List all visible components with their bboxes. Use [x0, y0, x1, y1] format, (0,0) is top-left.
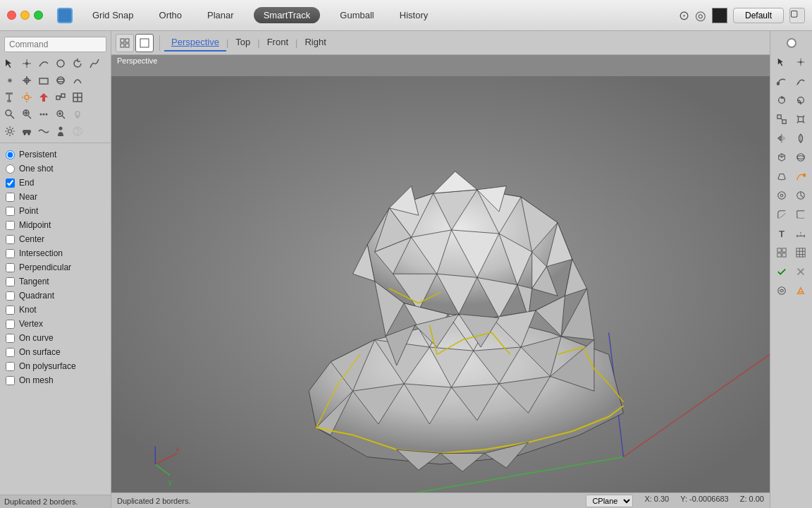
snap-options: Persistent One shot End Near Point Midpo…: [0, 143, 111, 495]
arrow-tool[interactable]: [35, 89, 52, 106]
rtool-box[interactable]: [773, 148, 791, 167]
snap-one-shot[interactable]: One shot: [6, 162, 105, 176]
settings-tool[interactable]: [1, 123, 18, 140]
light-tool[interactable]: [69, 106, 86, 123]
gear-tool[interactable]: [18, 89, 35, 106]
paint-tool[interactable]: [1, 89, 18, 106]
svg-point-24: [6, 110, 11, 116]
3d-viewport[interactable]: Perspective: [111, 55, 770, 508]
tab-right[interactable]: Right: [297, 34, 333, 52]
toolbar-history[interactable]: History: [394, 7, 433, 23]
freehand-tool[interactable]: [86, 55, 103, 72]
rtool-scale-a[interactable]: [773, 110, 791, 128]
snap-midpoint[interactable]: Midpoint: [6, 218, 105, 232]
snap-on-curve[interactable]: On curve: [6, 331, 105, 345]
pan-tool[interactable]: [1, 72, 18, 89]
snap-on-mesh[interactable]: On mesh: [6, 373, 105, 387]
snap-tangent[interactable]: Tangent: [6, 274, 105, 289]
right-row-top: [782, 34, 801, 52]
search-tool[interactable]: [1, 106, 18, 123]
rtool-fillet-a[interactable]: [773, 205, 791, 224]
target-icon[interactable]: ⊙: [679, 8, 689, 23]
svg-point-139: [797, 154, 805, 162]
dots-tool[interactable]: [35, 106, 52, 123]
panel-button[interactable]: ▢: [789, 8, 805, 23]
snap-perpendicular[interactable]: Perpendicular: [6, 260, 105, 274]
snap-quadrant[interactable]: Quadrant: [6, 289, 105, 303]
snap-center[interactable]: Center: [6, 232, 105, 246]
rtool-grid-a[interactable]: [773, 243, 791, 262]
person-tool[interactable]: [52, 123, 69, 140]
rtool-text[interactable]: T: [773, 224, 791, 243]
rtool-surface-a[interactable]: [773, 167, 791, 186]
rtool-curve-b[interactable]: [792, 72, 810, 90]
svg-line-125: [781, 119, 782, 120]
snap-near[interactable]: Near: [6, 190, 105, 204]
rtool-fillet-b[interactable]: [792, 205, 810, 224]
tab-top[interactable]: Top: [228, 34, 257, 52]
tool-row-1: [1, 55, 109, 72]
maximize-button[interactable]: [34, 11, 43, 20]
snap-on-polysurface[interactable]: On polysurface: [6, 359, 105, 373]
svg-point-143: [780, 194, 783, 197]
toolbar-smarttrack[interactable]: SmartTrack: [254, 7, 321, 23]
snap-end[interactable]: End: [6, 176, 105, 190]
circle-icon[interactable]: ◎: [695, 8, 706, 23]
color-swatch[interactable]: [712, 8, 727, 23]
help-tool[interactable]: [69, 123, 86, 140]
rtool-check[interactable]: [773, 262, 791, 281]
rtool-mirror-a[interactable]: [773, 129, 791, 147]
view-icon-grid[interactable]: [116, 34, 134, 52]
snap-persistent[interactable]: Persistent: [6, 147, 105, 162]
rtool-circle-a[interactable]: [773, 186, 791, 205]
rtool-x-mark[interactable]: [792, 262, 810, 281]
wave-tool[interactable]: [35, 123, 52, 140]
rtool-sphere[interactable]: [792, 148, 810, 167]
rtool-circle-b[interactable]: [792, 186, 810, 205]
close-button[interactable]: [7, 11, 16, 20]
tab-perspective[interactable]: Perspective: [164, 34, 226, 52]
rtool-select[interactable]: [773, 53, 791, 71]
rtool-render-b[interactable]: [792, 282, 810, 300]
rtool-dim[interactable]: [792, 224, 810, 243]
toolbar-ortho[interactable]: Ortho: [154, 7, 188, 23]
tab-front[interactable]: Front: [260, 34, 295, 52]
analyze-tool[interactable]: [18, 106, 35, 123]
cplane-select[interactable]: CPlane: [586, 495, 633, 507]
arc-tool[interactable]: [69, 72, 86, 89]
toolbar-grid-snap[interactable]: Grid Snap: [87, 7, 140, 23]
snap-on-surface[interactable]: On surface: [6, 345, 105, 359]
point-tool[interactable]: [18, 55, 35, 72]
view-icon-single[interactable]: [135, 34, 154, 52]
toolbar-planar[interactable]: Planar: [202, 7, 240, 23]
surface-tool[interactable]: [52, 72, 69, 89]
rotate-tool[interactable]: [69, 55, 86, 72]
rtool-mirror-b[interactable]: [792, 129, 810, 147]
circle-tool[interactable]: [52, 55, 69, 72]
right-row-13: [773, 282, 810, 300]
minimize-button[interactable]: [20, 11, 30, 20]
snap-intersection[interactable]: Intersection: [6, 246, 105, 260]
rtool-scale-b[interactable]: [792, 110, 810, 128]
snap-knot[interactable]: Knot: [6, 303, 105, 317]
rtool-rotate-b[interactable]: [792, 91, 810, 109]
curve-tool[interactable]: [35, 55, 52, 72]
cage-tool[interactable]: [69, 89, 86, 106]
vehicle-tool[interactable]: [18, 123, 35, 140]
rtool-surface-b[interactable]: [792, 167, 810, 186]
transform-tool[interactable]: [52, 89, 69, 106]
rect-tool[interactable]: [35, 72, 52, 89]
rtool-dot[interactable]: [792, 53, 810, 71]
rtool-rotate-a[interactable]: [773, 91, 791, 109]
command-input[interactable]: [4, 37, 106, 52]
snap-vertex[interactable]: Vertex: [6, 317, 105, 331]
zoom-tool[interactable]: [52, 106, 69, 123]
default-button[interactable]: Default: [733, 8, 784, 23]
toolbar-gumball[interactable]: Gumball: [334, 7, 379, 23]
select-tool[interactable]: [1, 55, 18, 72]
rtool-render-a[interactable]: [773, 282, 791, 300]
rtool-curve-a[interactable]: [773, 72, 791, 90]
snap-tool[interactable]: [18, 72, 35, 89]
rtool-grid-b[interactable]: [792, 243, 810, 262]
snap-point[interactable]: Point: [6, 204, 105, 218]
